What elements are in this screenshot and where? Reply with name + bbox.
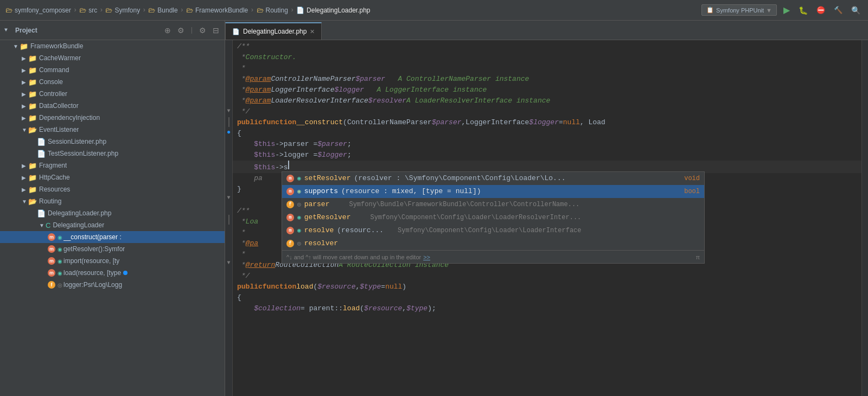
- tree-item-delegatingloaderphp[interactable]: 📄 DelegatingLoader.php: [0, 207, 225, 219]
- tree-item-delegatingloaderclass[interactable]: ▼ C DelegatingLoader: [0, 219, 225, 231]
- expand-arrow: ▶: [22, 175, 28, 181]
- search-button[interactable]: 🔍: [849, 5, 863, 16]
- code-text: {: [237, 292, 241, 303]
- sidebar-gear-button[interactable]: ⚙: [198, 25, 207, 36]
- fold-arrow3: ▼: [227, 260, 230, 266]
- tree-item-eventlistener[interactable]: ▼ 📂 EventListener: [0, 124, 225, 136]
- code-text: ;: [347, 150, 352, 161]
- breadcrumb-sep-4: ›: [250, 7, 254, 14]
- tree-item-import[interactable]: m ◉ import(resource, [ty: [0, 255, 225, 267]
- php-file-icon: 📄: [37, 138, 46, 146]
- breadcrumb-item-6[interactable]: 📄 DelegatingLoader.php: [296, 7, 370, 14]
- ac-namespace: Symfony\Component\Config\Loader\LoaderRe…: [365, 212, 581, 223]
- code-text: /**: [237, 206, 250, 216]
- build-button[interactable]: 🔨: [832, 5, 845, 15]
- ac-item-resolve[interactable]: m ◉ resolve (resourc... Symfony\Componen…: [282, 224, 704, 237]
- code-text: pa: [254, 173, 263, 184]
- debug-button[interactable]: 🐛: [796, 5, 810, 16]
- breadcrumb-item-3[interactable]: 🗁 Bundle: [148, 6, 177, 14]
- tree-item-datacollector[interactable]: ▶ 📁 DataCollector: [0, 100, 225, 112]
- tree-label: DelegatingLoader: [53, 221, 104, 229]
- code-text: load: [296, 282, 313, 292]
- breadcrumb-item-1[interactable]: 🗁 src: [79, 6, 97, 14]
- folder-icon: 📁: [28, 174, 37, 182]
- left-margin: ▼ ● ▼: [225, 40, 233, 396]
- tree-item-cachewarmer[interactable]: ▶ 📁 CacheWarmer: [0, 52, 225, 64]
- method-m-icon: m: [48, 245, 55, 253]
- sidebar-globe-button[interactable]: ⊕: [163, 25, 172, 36]
- ac-item-getresolver[interactable]: m ◉ getResolver Symfony\Component\Config…: [282, 211, 704, 224]
- fold-icon3[interactable]: ▼: [225, 257, 232, 268]
- code-text: ,: [402, 303, 406, 314]
- ac-item-setresolver[interactable]: m ◉ setResolver (resolver : \Symfony\Com…: [282, 172, 704, 185]
- code-line: {: [233, 292, 861, 303]
- margin-space: [225, 203, 232, 214]
- ac-item-resolver[interactable]: f ◎ resolver: [282, 237, 704, 250]
- code-text: $collection: [254, 303, 301, 314]
- ac-name: getResolver: [304, 212, 351, 223]
- tree-item-di[interactable]: ▶ 📁 DependencyInjection: [0, 112, 225, 124]
- tree-item-console[interactable]: ▶ 📁 Console: [0, 76, 225, 88]
- folder-icon: 📁: [28, 102, 37, 110]
- tab-close-button[interactable]: ✕: [310, 28, 315, 35]
- sidebar-settings-button[interactable]: ⚙: [176, 25, 186, 36]
- tree-item-resources[interactable]: ▶ 📁 Resources: [0, 183, 225, 195]
- breadcrumb-sep-1: ›: [99, 7, 103, 14]
- tree-item-frameworkbundle[interactable]: ▼ 📁 FrameworkBundle: [0, 40, 225, 52]
- tree-item-logger[interactable]: f ◎ logger:Psr\Log\Logg: [0, 279, 225, 291]
- tree-item-fragment[interactable]: ▶ 📁 Fragment: [0, 159, 225, 171]
- tree-item-controller[interactable]: ▶ 📁 Controller: [0, 88, 225, 100]
- stop-button[interactable]: ⛔: [814, 5, 827, 15]
- tree-item-construct[interactable]: m ◉ __construct(parser :: [0, 231, 225, 243]
- breadcrumb-item-0[interactable]: 🗁 symfony_composer: [5, 6, 71, 14]
- code-editor[interactable]: ▼ ● ▼: [225, 40, 868, 396]
- tab-delegatingloader[interactable]: 📄 DelegatingLoader.php ✕: [225, 22, 322, 40]
- code-text: [237, 162, 254, 173]
- method-m-icon: m: [48, 257, 55, 265]
- breadcrumb-item-5[interactable]: 🗁 Routing: [257, 6, 288, 14]
- ac-vis: ◎: [297, 199, 301, 210]
- ac-footer-link[interactable]: >>: [423, 252, 430, 263]
- tree-item-routing[interactable]: ▼ 📂 Routing: [0, 195, 225, 207]
- ac-footer-pi: π: [695, 252, 700, 263]
- breadcrumb-item-2[interactable]: 🗁 Symfony: [105, 6, 140, 14]
- code-text: ,: [355, 282, 360, 292]
- expand-arrow: ▼: [22, 199, 28, 205]
- code-text: @param: [246, 85, 271, 95]
- folder-icon-5: 🗁: [257, 6, 264, 14]
- sidebar-divider: |: [190, 27, 194, 34]
- code-text: =: [381, 282, 385, 292]
- margin-space: [225, 40, 232, 51]
- ac-type: bool: [673, 186, 700, 197]
- ac-item-parser[interactable]: f ◎ parser Symfony\Bundle\FrameworkBundl…: [282, 198, 704, 211]
- margin-space: [225, 159, 232, 170]
- code-text: $resource: [364, 303, 402, 314]
- run-button[interactable]: ▶: [781, 4, 792, 16]
- tree-label: logger:Psr\Log\Logg: [63, 281, 122, 289]
- breadcrumb-sep-0: ›: [73, 7, 77, 14]
- ac-vis: ◉: [297, 225, 301, 236]
- main-layout: ▼ Project ⊕ ⚙ | ⚙ ⊟ ▼ 📁 FrameworkBundle …: [0, 21, 868, 396]
- breadcrumb-item-4[interactable]: 🗁 FrameworkBundle: [186, 6, 248, 14]
- tree-item-testsessionlistener[interactable]: 📄 TestSessionListener.php: [0, 148, 225, 159]
- code-text: $this: [254, 150, 275, 161]
- visibility-icon: ◉: [58, 270, 62, 276]
- right-scrollbar[interactable]: [861, 40, 868, 396]
- tree-item-command[interactable]: ▶ 📁 Command: [0, 64, 225, 76]
- code-content[interactable]: /** * Constructor. * * @param Controller…: [233, 40, 861, 396]
- ac-name: resolve: [304, 225, 334, 236]
- sidebar-collapse-button[interactable]: ⊟: [212, 25, 220, 36]
- tree-item-httpcache[interactable]: ▶ 📁 HttpCache: [0, 171, 225, 183]
- ac-item-supports[interactable]: m ◉ supports (resource : mixed, [type = …: [282, 185, 704, 198]
- code-text: logger =: [284, 150, 317, 161]
- run-config[interactable]: 📋 Symfony PHPUnit ▼: [701, 4, 777, 16]
- ac-icon-f: f: [286, 201, 294, 208]
- code-text: parser =: [284, 139, 317, 150]
- tree-item-sessionlistener[interactable]: 📄 SessionListener.php: [0, 136, 225, 148]
- code-text: $this: [254, 139, 275, 150]
- breadcrumb-label-4: FrameworkBundle: [195, 7, 248, 14]
- tree-item-getresolver[interactable]: m ◉ getResolver():Symfor: [0, 243, 225, 255]
- fold-icon2[interactable]: ▼: [225, 192, 232, 203]
- tree-item-load[interactable]: m ◉ load(resource, [type: [0, 267, 225, 279]
- fold-icon[interactable]: ▼: [225, 105, 232, 116]
